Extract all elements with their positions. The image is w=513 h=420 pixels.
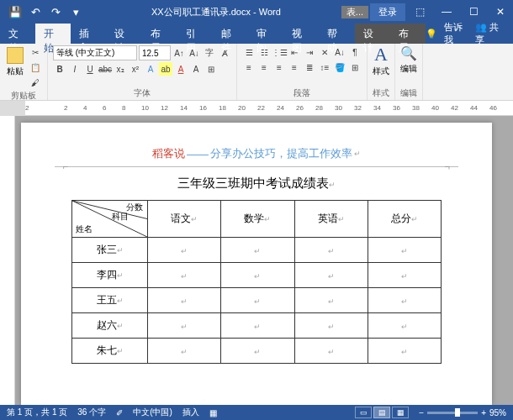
tab-review[interactable]: 审阅	[248, 24, 283, 44]
table-cell[interactable]: ↵	[368, 339, 441, 364]
numbering-icon[interactable]: ☷	[257, 45, 271, 59]
row-name[interactable]: 李四↵	[72, 263, 148, 288]
align-right-icon[interactable]: ≡	[272, 60, 286, 74]
tab-file[interactable]: 文件	[0, 24, 35, 44]
table-cell[interactable]: ↵	[368, 238, 441, 263]
bold-button[interactable]: B	[53, 62, 66, 76]
proof-icon[interactable]: ✐	[116, 408, 123, 417]
tell-me-icon[interactable]: 💡	[426, 29, 437, 39]
zoom-in-button[interactable]: +	[481, 408, 486, 417]
web-layout-icon[interactable]: ▦	[392, 407, 409, 418]
table-cell[interactable]: ↵	[148, 288, 221, 313]
ribbon-options-icon[interactable]: ⬚	[407, 0, 432, 24]
char-border-icon[interactable]: ⊞	[204, 62, 218, 76]
char-scale-icon[interactable]: ✕	[318, 45, 331, 59]
multilevel-icon[interactable]: ⋮☰	[272, 45, 286, 59]
table-cell[interactable]: ↵	[148, 263, 221, 288]
close-icon[interactable]: ✕	[488, 0, 513, 24]
align-left-icon[interactable]: ≡	[242, 60, 256, 74]
maximize-icon[interactable]: ☐	[461, 0, 486, 24]
minimize-icon[interactable]: —	[434, 0, 459, 24]
insert-mode[interactable]: 插入	[182, 407, 199, 418]
bullets-icon[interactable]: ☰	[242, 45, 256, 59]
tab-table-layout[interactable]: 布局	[390, 24, 426, 44]
col-header[interactable]: 英语↵	[294, 201, 368, 238]
clear-format-icon[interactable]: A̸	[218, 46, 231, 60]
col-header[interactable]: 语文↵	[148, 201, 221, 238]
document-area[interactable]: ⌐ 稻客说 —— 分享办公技巧，提高工作效率 ↵ ¬ 三年级三班期中考试成绩表↵…	[0, 116, 513, 405]
row-name[interactable]: 赵六↵	[72, 313, 148, 339]
highlight-icon[interactable]: ab	[159, 62, 172, 76]
font-color-icon[interactable]: A	[174, 62, 188, 76]
table-cell[interactable]: ↵	[148, 313, 221, 339]
indent-right-icon[interactable]: ⇥	[303, 45, 316, 59]
distribute-icon[interactable]: ≣	[303, 60, 316, 74]
table-cell[interactable]: ↵	[221, 339, 294, 364]
table-cell[interactable]: ↵	[221, 263, 294, 288]
page-count[interactable]: 第 1 页，共 1 页	[7, 407, 67, 418]
phonetic-icon[interactable]: 字	[203, 46, 216, 60]
sort-icon[interactable]: A↓	[333, 45, 346, 59]
italic-button[interactable]: I	[68, 62, 82, 76]
subscript-button[interactable]: x₂	[114, 62, 127, 76]
copy-icon[interactable]: 📋	[29, 60, 42, 74]
diagonal-header-cell[interactable]: 分数 科目 姓名	[72, 201, 148, 238]
redo-icon[interactable]: ↷	[47, 3, 64, 20]
col-header[interactable]: 数学↵	[221, 201, 294, 238]
undo-icon[interactable]: ↶	[27, 3, 44, 20]
show-marks-icon[interactable]: ¶	[348, 45, 362, 59]
zoom-slider[interactable]	[427, 412, 478, 414]
shrink-font-icon[interactable]: A↓	[188, 46, 201, 60]
zoom-percent[interactable]: 95%	[489, 408, 506, 417]
table-cell[interactable]: ↵	[221, 288, 294, 313]
table-cell[interactable]: ↵	[294, 238, 368, 263]
vertical-ruler[interactable]	[0, 116, 15, 405]
cut-icon[interactable]: ✂	[29, 45, 42, 59]
horizontal-ruler[interactable]: 2246810121416182022242628303234363840424…	[0, 101, 513, 116]
zoom-out-button[interactable]: −	[419, 408, 424, 417]
tab-mail[interactable]: 邮件	[213, 24, 248, 44]
borders-icon[interactable]: ⊞	[348, 60, 362, 74]
tab-view[interactable]: 视图	[283, 24, 319, 44]
row-name[interactable]: 朱七↵	[72, 339, 148, 364]
table-cell[interactable]: ↵	[368, 263, 441, 288]
table-cell[interactable]: ↵	[368, 313, 441, 339]
table-cell[interactable]: ↵	[294, 313, 368, 339]
tab-table-design[interactable]: 设计	[355, 24, 390, 44]
shading-icon[interactable]: 🪣	[333, 60, 346, 74]
strike-button[interactable]: abc	[98, 62, 112, 76]
grade-table[interactable]: 分数 科目 姓名 语文↵ 数学↵ 英语↵ 总分↵ 张三↵↵↵↵↵ 李四↵↵↵↵↵…	[71, 200, 442, 364]
justify-icon[interactable]: ≡	[288, 60, 301, 74]
col-header[interactable]: 总分↵	[368, 201, 441, 238]
save-icon[interactable]: 💾	[7, 3, 24, 20]
qat-more-icon[interactable]: ▾	[67, 3, 84, 20]
format-painter-icon[interactable]: 🖌	[29, 76, 42, 89]
font-size-select[interactable]	[139, 45, 171, 60]
table-cell[interactable]: ↵	[294, 263, 368, 288]
indent-left-icon[interactable]: ⇤	[288, 45, 301, 59]
table-cell[interactable]: ↵	[148, 238, 221, 263]
tab-insert[interactable]: 插入	[71, 24, 106, 44]
row-name[interactable]: 张三↵	[72, 238, 148, 263]
tab-references[interactable]: 引用	[177, 24, 213, 44]
tab-home[interactable]: 开始	[35, 24, 71, 44]
share-button[interactable]: 👥 共享	[475, 21, 505, 46]
paste-button[interactable]: 粘贴	[5, 45, 25, 79]
language-status[interactable]: 中文(中国)	[133, 407, 172, 418]
table-cell[interactable]: ↵	[368, 288, 441, 313]
grow-font-icon[interactable]: A↑	[172, 46, 186, 60]
read-mode-icon[interactable]: ▭	[355, 407, 372, 418]
line-spacing-icon[interactable]: ↕≡	[318, 60, 331, 74]
tab-design[interactable]: 设计	[106, 24, 141, 44]
table-cell[interactable]: ↵	[221, 238, 294, 263]
macro-icon[interactable]: ▦	[209, 408, 217, 417]
char-shading-icon[interactable]: A	[189, 62, 203, 76]
superscript-button[interactable]: x²	[129, 62, 142, 76]
align-center-icon[interactable]: ≡	[257, 60, 271, 74]
table-cell[interactable]: ↵	[294, 288, 368, 313]
table-cell[interactable]: ↵	[148, 339, 221, 364]
underline-button[interactable]: U	[83, 62, 97, 76]
table-cell[interactable]: ↵	[294, 339, 368, 364]
table-cell[interactable]: ↵	[221, 313, 294, 339]
login-button[interactable]: 登录	[370, 3, 405, 21]
